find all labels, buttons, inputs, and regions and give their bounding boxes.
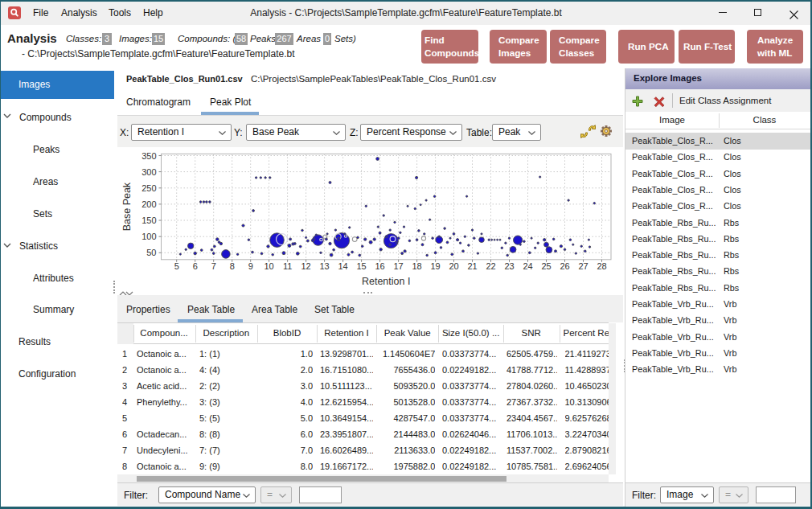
svg-text:150: 150 (141, 216, 156, 225)
svg-text:26: 26 (560, 261, 569, 271)
svg-text:19: 19 (430, 261, 440, 271)
svg-text:24: 24 (523, 261, 532, 271)
svg-text:16: 16 (375, 261, 384, 271)
svg-text:20: 20 (449, 261, 458, 271)
svg-text:7: 7 (211, 261, 216, 271)
svg-text:6: 6 (193, 261, 198, 271)
svg-text:12: 12 (301, 261, 310, 271)
svg-text:Retention I: Retention I (362, 276, 410, 287)
svg-text:13: 13 (319, 261, 329, 271)
svg-text:25: 25 (541, 261, 551, 271)
svg-text:11: 11 (283, 261, 292, 271)
svg-text:18: 18 (412, 261, 421, 271)
svg-text:350: 350 (141, 151, 156, 161)
svg-text:Base Peak: Base Peak (121, 182, 133, 231)
svg-text:14: 14 (338, 261, 347, 271)
svg-text:17: 17 (393, 261, 403, 271)
svg-text:8: 8 (230, 261, 235, 271)
svg-text:100: 100 (141, 232, 156, 241)
svg-text:10: 10 (264, 261, 273, 271)
svg-text:9: 9 (248, 261, 253, 271)
svg-text:250: 250 (141, 183, 156, 193)
svg-text:21: 21 (467, 261, 477, 271)
svg-text:23: 23 (504, 261, 514, 271)
svg-text:200: 200 (141, 199, 156, 209)
svg-text:15: 15 (356, 261, 366, 271)
svg-text:28: 28 (597, 261, 606, 271)
svg-text:5: 5 (174, 261, 179, 271)
svg-text:50: 50 (146, 248, 156, 257)
svg-text:27: 27 (578, 261, 588, 271)
svg-text:22: 22 (486, 261, 495, 271)
svg-text:300: 300 (141, 167, 156, 177)
